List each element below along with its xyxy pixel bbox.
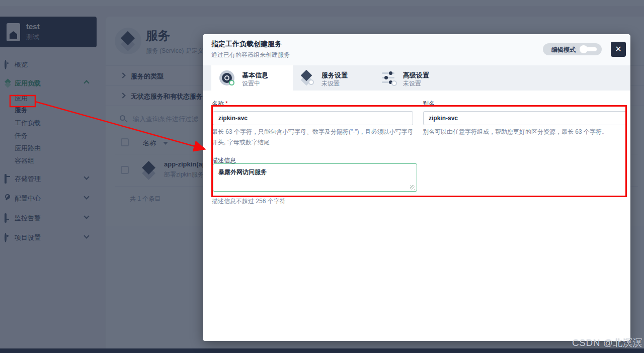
toggle-switch-icon[interactable] bbox=[580, 45, 598, 53]
create-service-modal: 指定工作负载创建服务 通过已有的容器组来创建服务 编辑模式 ✕ 基本信息 设置中 bbox=[203, 34, 630, 341]
modal-title: 指定工作负载创建服务 bbox=[211, 40, 282, 49]
modal-header: 指定工作负载创建服务 通过已有的容器组来创建服务 编辑模式 ✕ bbox=[203, 34, 630, 65]
edit-mode-toggle[interactable]: 编辑模式 bbox=[543, 43, 602, 55]
step-basic-info[interactable]: 基本信息 设置中 bbox=[219, 65, 295, 91]
alias-input[interactable] bbox=[423, 111, 626, 125]
description-help-text: 描述信息不超过 256 个字符 bbox=[212, 196, 286, 207]
page: test 测试 概览 应用负载 应用 服务 工作负载 任务 应用路由 容器组 存… bbox=[0, 0, 644, 353]
modal-subtitle: 通过已有的容器组来创建服务 bbox=[211, 51, 290, 59]
name-label: 名称* bbox=[212, 100, 228, 108]
step-service-settings[interactable]: 服务设置 未设置 bbox=[299, 65, 375, 91]
step3-sliders-icon bbox=[382, 71, 396, 85]
step-advanced-settings[interactable]: 高级设置 未设置 bbox=[382, 65, 457, 91]
required-asterisk: * bbox=[225, 100, 228, 107]
alias-label: 别名 bbox=[423, 100, 435, 108]
close-icon[interactable]: ✕ bbox=[611, 42, 626, 57]
steps-bar: 基本信息 设置中 服务设置 未设置 高级设置 未设置 bbox=[203, 65, 630, 91]
description-textarea[interactable]: 暴露外网访问服务 bbox=[213, 163, 417, 192]
step1-radio-icon bbox=[219, 70, 234, 85]
alias-help-text: 别名可以由任意字符组成，帮助您更好的区分资源，最长 63 个字符。 bbox=[423, 127, 629, 137]
name-help-text: 最长 63 个字符，只能包含小写字母、数字及分隔符("-")，且必须以小写字母开… bbox=[212, 127, 415, 148]
watermark: CSDN @北溟溟 bbox=[572, 336, 642, 349]
name-input[interactable] bbox=[213, 111, 413, 125]
step2-service-icon bbox=[299, 71, 313, 85]
resize-handle-icon[interactable] bbox=[410, 185, 415, 190]
modal-body: 名称* 最长 63 个字符，只能包含小写字母、数字及分隔符("-")，且必须以小… bbox=[203, 91, 630, 341]
